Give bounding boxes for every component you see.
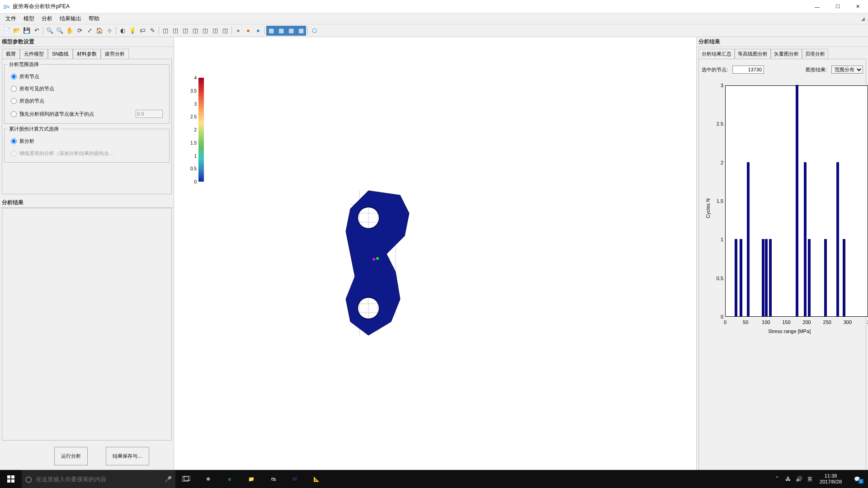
scope-threshold-input[interactable]	[136, 110, 163, 118]
chart-bar-3	[762, 239, 764, 316]
chart-xtick: 250	[823, 319, 831, 325]
cube3-icon[interactable]: ◫	[180, 26, 190, 36]
pan-icon[interactable]: ✋	[65, 26, 75, 36]
scope-group: 分析范围选择 所有节点所有可见的节点所选的节点预先分析得到的该节点值大于的点	[4, 61, 170, 124]
chart-xtick: 200	[802, 319, 811, 325]
tray-network-icon[interactable]: 🖧	[783, 470, 793, 488]
tray-volume-icon[interactable]: 🔊	[793, 470, 804, 488]
tray-chevron-icon[interactable]: ˄	[772, 470, 783, 488]
right-tab-2[interactable]: 矢量图分析	[771, 49, 802, 59]
colorbar-tick-1: 3.5	[188, 88, 197, 93]
scope-radio-3[interactable]	[11, 111, 17, 117]
taskbar-search[interactable]: ◯ 🎤	[22, 470, 175, 488]
toolbar-separator	[43, 27, 43, 35]
task-app1[interactable]: ❋	[197, 470, 219, 488]
home-icon[interactable]: 🏠	[94, 26, 104, 36]
undo-icon[interactable]: ↶	[32, 26, 42, 36]
damage-radio-0[interactable]	[11, 138, 17, 144]
notification-button[interactable]: 💬 1	[846, 476, 868, 482]
save-results-button[interactable]: 结果保存与…	[106, 447, 149, 465]
damage-radio-1	[11, 150, 17, 156]
chart-ytick: 1	[703, 237, 723, 242]
scope-radio-1[interactable]	[11, 86, 17, 92]
zoom-in-icon[interactable]: 🔍	[45, 26, 55, 36]
scope-radio-label-2: 所选的节点	[19, 98, 163, 104]
toolbar-separator	[159, 27, 159, 35]
task-edge[interactable]: e	[219, 470, 241, 488]
left-tab-2[interactable]: SN曲线	[48, 49, 73, 59]
hex-icon[interactable]: ⬡	[309, 26, 319, 36]
edit-icon[interactable]: ✎	[147, 26, 157, 36]
cube2-icon[interactable]: ◫	[170, 26, 180, 36]
menu-3[interactable]: 结果输出	[56, 14, 85, 24]
menu-expand-icon[interactable]: ◢	[860, 15, 866, 23]
right-tab-0[interactable]: 分析结果汇总	[698, 49, 735, 59]
colorbar-tick-2: 3	[188, 101, 197, 106]
label-icon[interactable]: 🏷	[137, 26, 147, 36]
save-icon[interactable]: 💾	[22, 26, 32, 36]
taskview-button[interactable]	[175, 470, 197, 488]
graph-select[interactable]: 范围分布	[831, 66, 863, 74]
chart-plot	[725, 85, 868, 317]
run-button[interactable]: 运行分析	[54, 447, 88, 465]
right-tab-3[interactable]: 贝塔分析	[802, 49, 828, 59]
task-matlab[interactable]: 📐	[306, 470, 327, 488]
chart-xtick: 0	[724, 319, 726, 325]
menu-1[interactable]: 模型	[20, 14, 38, 24]
scope-radio-0[interactable]	[11, 74, 17, 80]
graph-label: 图形结果:	[806, 66, 827, 73]
left-tab-0[interactable]: 载荷	[2, 49, 20, 59]
sphere-blue-icon[interactable]: ●	[253, 26, 263, 36]
view1-icon[interactable]: ▦	[266, 26, 276, 36]
new-file-icon[interactable]: 📄	[2, 26, 12, 36]
chart-bar-2	[747, 162, 750, 316]
chart-bar-4	[765, 239, 768, 316]
left-tab-1[interactable]: 元件模型	[20, 49, 48, 59]
chart-x-title: Stress range [MPa]	[768, 328, 811, 334]
close-button[interactable]: ✕	[848, 0, 868, 13]
menu-2[interactable]: 分析	[38, 14, 56, 24]
left-panel-title: 模型参数设置	[0, 37, 174, 47]
cube6-icon[interactable]: ◫	[210, 26, 220, 36]
light-icon[interactable]: 💡	[127, 26, 137, 36]
results-listbox[interactable]	[2, 208, 172, 441]
maximize-button[interactable]: ☐	[827, 0, 848, 13]
task-word[interactable]: W	[284, 470, 306, 488]
view3-icon[interactable]: ▦	[286, 26, 296, 36]
cube4-icon[interactable]: ◫	[190, 26, 200, 36]
axes-icon[interactable]: ⊹	[104, 26, 114, 36]
left-tab-3[interactable]: 材料参数	[73, 49, 101, 59]
cube1-icon[interactable]: ◫	[160, 26, 170, 36]
results-group-title: 分析结果	[0, 198, 174, 208]
chart-bar-7	[804, 162, 807, 316]
search-input[interactable]	[36, 476, 161, 483]
menu-0[interactable]: 文件	[2, 14, 20, 24]
svg-point-22	[373, 258, 375, 261]
task-store[interactable]: 🛍	[262, 470, 284, 488]
right-tab-1[interactable]: 等高线图分析	[735, 49, 771, 59]
toggle-1-icon[interactable]: ◐	[118, 26, 127, 36]
minimize-button[interactable]: —	[807, 0, 827, 13]
tray-ime[interactable]: 英	[804, 470, 815, 488]
mic-icon[interactable]: 🎤	[165, 476, 172, 483]
rotate-icon[interactable]: ⟳	[75, 26, 85, 36]
zoom-out-icon[interactable]: 🔍	[55, 26, 65, 36]
view2-icon[interactable]: ▦	[276, 26, 286, 36]
scope-radio-2[interactable]	[11, 98, 17, 104]
cube5-icon[interactable]: ◫	[200, 26, 210, 36]
sphere-gray-icon[interactable]: ●	[233, 26, 243, 36]
task-explorer[interactable]: 📁	[241, 470, 262, 488]
cube7-icon[interactable]: ◫	[220, 26, 230, 36]
left-tab-4[interactable]: 疲劳分析	[101, 49, 129, 59]
open-icon[interactable]: 📂	[12, 26, 22, 36]
taskbar-clock[interactable]: 11:38 2017/8/28	[815, 473, 846, 485]
chart-ytick: 2	[703, 160, 723, 165]
view4-icon[interactable]: ▦	[296, 26, 306, 36]
clock-time: 11:38	[820, 473, 842, 479]
menu-4[interactable]: 帮助	[85, 14, 103, 24]
viewport[interactable]: 43.532.521.510.50	[174, 37, 696, 470]
sphere-orange-icon[interactable]: ●	[243, 26, 253, 36]
start-button[interactable]	[0, 470, 22, 488]
fit-icon[interactable]: ⤢	[85, 26, 94, 36]
node-input[interactable]	[732, 66, 764, 74]
